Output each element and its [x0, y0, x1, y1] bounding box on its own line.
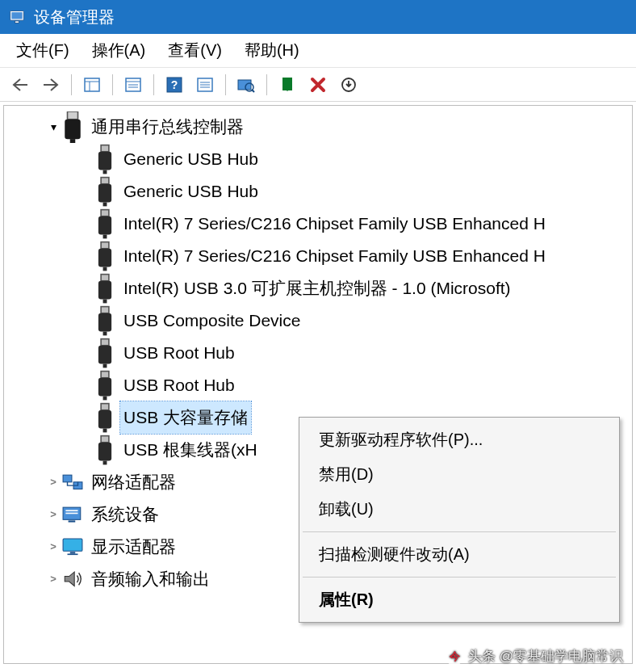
node-label: USB Root Hub [120, 337, 238, 369]
titlebar: 设备管理器 [0, 0, 636, 34]
tree-item-usb-3[interactable]: Intel(R) 7 Series/C216 Chipset Family US… [4, 240, 632, 272]
svg-rect-53 [103, 460, 107, 464]
svg-rect-3 [85, 78, 99, 91]
svg-rect-50 [103, 428, 107, 432]
back-button[interactable] [6, 72, 34, 98]
node-label: 网络适配器 [88, 466, 179, 498]
update-driver-button[interactable] [335, 72, 362, 98]
chevron-collapsed-icon[interactable] [44, 570, 62, 588]
node-icon [94, 439, 115, 460]
svg-rect-25 [98, 151, 111, 170]
node-label: 通用串行总线控制器 [88, 111, 247, 143]
uninstall-button[interactable] [304, 72, 332, 98]
menu-action[interactable]: 操作(A) [81, 35, 157, 66]
svg-rect-57 [69, 521, 76, 523]
node-icon [94, 213, 115, 234]
svg-rect-2 [15, 21, 19, 23]
svg-rect-48 [101, 403, 109, 410]
node-icon [62, 536, 83, 557]
svg-rect-46 [98, 377, 111, 396]
node-icon [94, 246, 115, 267]
help-button[interactable]: ? [161, 72, 188, 98]
node-label: Generic USB Hub [120, 175, 262, 208]
svg-rect-58 [65, 510, 77, 512]
node-icon [94, 375, 115, 396]
node-label: USB 根集线器(xH [120, 434, 261, 466]
properties-button[interactable] [119, 72, 147, 98]
svg-rect-32 [103, 234, 107, 238]
svg-rect-60 [63, 539, 82, 551]
list-button[interactable] [191, 72, 219, 98]
enable-button[interactable] [274, 72, 301, 98]
node-label: 显示适配器 [88, 531, 179, 563]
ctx-scan-hardware[interactable]: 扫描检测硬件改动(A) [301, 537, 617, 572]
svg-rect-1 [11, 12, 22, 19]
node-label: USB Composite Device [120, 304, 303, 337]
tree-item-usb-5[interactable]: USB Composite Device [4, 304, 632, 337]
menubar: 文件(F) 操作(A) 查看(V) 帮助(H) [0, 34, 636, 68]
toolbar-separator [112, 74, 113, 95]
tree-item-usb-4[interactable]: Intel(R) USB 3.0 可扩展主机控制器 - 1.0 (Microso… [4, 272, 632, 304]
svg-rect-44 [103, 363, 107, 368]
svg-rect-40 [98, 313, 111, 331]
ctx-uninstall[interactable]: 卸载(U) [301, 492, 617, 527]
svg-rect-35 [103, 267, 107, 271]
svg-rect-39 [101, 306, 109, 313]
chevron-expanded-icon[interactable] [44, 118, 62, 136]
svg-rect-31 [98, 216, 111, 234]
ctx-separator [303, 577, 616, 578]
tree-item-usb-1[interactable]: Generic USB Hub [4, 175, 632, 208]
ctx-update-driver[interactable]: 更新驱动程序软件(P)... [301, 422, 617, 457]
toolbar-separator [71, 74, 72, 95]
svg-rect-49 [98, 410, 111, 428]
toolbar-separator [225, 74, 226, 95]
ctx-separator [303, 531, 616, 532]
chevron-collapsed-icon[interactable] [44, 506, 62, 523]
tree-item-usb-0[interactable]: Generic USB Hub [4, 143, 632, 175]
node-label: Generic USB Hub [120, 143, 262, 175]
svg-rect-54 [63, 475, 72, 482]
svg-rect-36 [101, 274, 109, 280]
node-label: Intel(R) 7 Series/C216 Chipset Family US… [120, 240, 549, 272]
menu-file[interactable]: 文件(F) [5, 35, 81, 66]
node-icon [94, 407, 115, 428]
ctx-properties[interactable]: 属性(R) [301, 582, 617, 617]
svg-rect-52 [98, 442, 111, 460]
watermark-icon: 今 [446, 648, 463, 666]
ctx-disable[interactable]: 禁用(D) [301, 457, 617, 492]
tree-item-usb-7[interactable]: USB Root Hub [4, 369, 632, 401]
chevron-collapsed-icon[interactable] [44, 538, 62, 556]
tree-cat-usb[interactable]: 通用串行总线控制器 [4, 111, 632, 143]
toolbar-separator [153, 74, 154, 95]
node-icon [94, 181, 115, 202]
svg-rect-38 [103, 299, 107, 303]
node-icon [62, 472, 83, 493]
svg-rect-21 [68, 111, 78, 120]
menu-view[interactable]: 查看(V) [157, 35, 233, 66]
node-icon [62, 116, 83, 137]
forward-button[interactable] [37, 72, 65, 98]
svg-rect-37 [98, 280, 111, 299]
svg-rect-45 [101, 371, 109, 377]
svg-rect-41 [103, 331, 107, 335]
menu-help[interactable]: 帮助(H) [233, 35, 311, 66]
tree-item-usb-6[interactable]: USB Root Hub [4, 337, 632, 369]
svg-rect-22 [65, 119, 81, 138]
chevron-collapsed-icon[interactable] [44, 473, 62, 491]
context-menu: 更新驱动程序软件(P)... 禁用(D) 卸载(U) 扫描检测硬件改动(A) 属… [299, 417, 620, 623]
node-label: USB 大容量存储 [120, 401, 251, 434]
svg-rect-16 [238, 80, 251, 90]
svg-rect-62 [68, 554, 78, 556]
show-hide-tree-button[interactable] [78, 72, 106, 98]
svg-rect-42 [101, 338, 109, 345]
tree-item-usb-2[interactable]: Intel(R) 7 Series/C216 Chipset Family US… [4, 208, 632, 240]
svg-rect-61 [70, 552, 75, 553]
window-title: 设备管理器 [34, 6, 115, 28]
svg-text:?: ? [171, 78, 178, 91]
node-label: 音频输入和输出 [88, 563, 213, 595]
node-label: 系统设备 [88, 498, 162, 531]
scan-hardware-button[interactable] [232, 72, 260, 98]
toolbar: ? [0, 68, 636, 102]
svg-rect-43 [98, 345, 111, 363]
node-icon [94, 310, 115, 331]
